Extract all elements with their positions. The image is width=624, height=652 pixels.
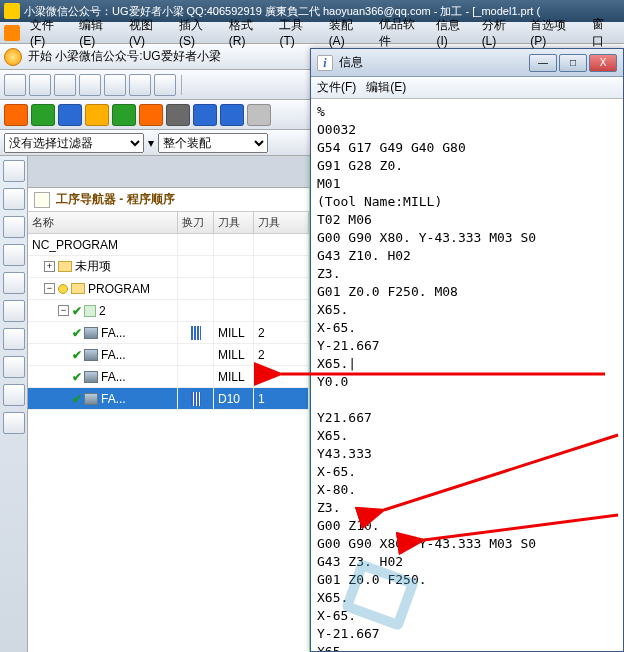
operation-navigator: 工序导航器 - 程序顺序 名称 换刀 刀具 刀具 NC_PROGRAM+未用项−… <box>28 156 310 652</box>
tree-row[interactable]: ✔FA...MILL2 <box>28 366 309 388</box>
menu-prefs[interactable]: 首选项(P) <box>526 15 586 50</box>
info-titlebar[interactable]: i 信息 — □ X <box>311 49 623 77</box>
menu-view[interactable]: 视图(V) <box>125 15 173 50</box>
tb-geom[interactable] <box>104 74 126 96</box>
menu-file[interactable]: 文件(F) <box>26 15 73 50</box>
left-dock <box>0 156 28 652</box>
info-menu-file[interactable]: 文件(F) <box>317 79 356 96</box>
info-title: 信息 <box>339 54 529 71</box>
tree-row[interactable]: ✔FA...D101 <box>28 388 309 410</box>
info-menu-edit[interactable]: 编辑(E) <box>366 79 406 96</box>
menu-bar: 文件(F) 编辑(E) 视图(V) 插入(S) 格式(R) 工具(T) 装配(A… <box>0 22 624 44</box>
dock-btn-1[interactable] <box>3 160 25 182</box>
menu-edit[interactable]: 编辑(E) <box>75 15 123 50</box>
info-menu: 文件(F) 编辑(E) <box>311 77 623 99</box>
nav-header: 工序导航器 - 程序顺序 <box>28 188 309 212</box>
sq-7[interactable] <box>166 104 190 126</box>
sq-2[interactable] <box>31 104 55 126</box>
tb-new[interactable] <box>4 74 26 96</box>
tree-row[interactable]: −✔2 <box>28 300 309 322</box>
nav-title: 工序导航器 - 程序顺序 <box>56 191 175 208</box>
dock-btn-9[interactable] <box>3 384 25 406</box>
dock-btn-3[interactable] <box>3 216 25 238</box>
menu-format[interactable]: 格式(R) <box>225 15 274 50</box>
sep <box>181 75 182 95</box>
max-button[interactable]: □ <box>559 54 587 72</box>
filter-drop-icon[interactable]: ▾ <box>148 136 154 150</box>
dock-btn-7[interactable] <box>3 328 25 350</box>
sq-3[interactable] <box>58 104 82 126</box>
dock-btn-8[interactable] <box>3 356 25 378</box>
tb-prog[interactable] <box>54 74 76 96</box>
col-name[interactable]: 名称 <box>28 212 178 233</box>
col-tool[interactable]: 刀具 <box>214 212 254 233</box>
nx-icon <box>4 25 20 41</box>
sq-1[interactable] <box>4 104 28 126</box>
sq-10[interactable] <box>247 104 271 126</box>
menu-tools[interactable]: 工具(T) <box>275 15 322 50</box>
tb-open[interactable] <box>29 74 51 96</box>
dock-btn-4[interactable] <box>3 244 25 266</box>
sq-6[interactable] <box>139 104 163 126</box>
col-path[interactable]: 刀具 <box>254 212 309 233</box>
dock-btn-2[interactable] <box>3 188 25 210</box>
sq-9[interactable] <box>220 104 244 126</box>
start-label: 开始 小梁微信公众号:UG爱好者小梁 <box>28 48 221 65</box>
tree-row[interactable]: ✔FA...MILL2 <box>28 344 309 366</box>
menu-window[interactable]: 窗口 <box>588 14 620 52</box>
dock-btn-10[interactable] <box>3 412 25 434</box>
menu-info[interactable]: 信息(I) <box>432 15 475 50</box>
tree: NC_PROGRAM+未用项−PROGRAM−✔2✔FA...MILL2✔FA.… <box>28 234 309 410</box>
menu-ext[interactable]: 优品软件 <box>375 14 431 52</box>
tb-op[interactable] <box>154 74 176 96</box>
start-icon[interactable] <box>4 48 22 66</box>
menu-insert[interactable]: 插入(S) <box>175 15 223 50</box>
dock-btn-5[interactable] <box>3 272 25 294</box>
tree-row[interactable]: NC_PROGRAM <box>28 234 309 256</box>
app-icon <box>4 3 20 19</box>
menu-assembly[interactable]: 装配(A) <box>325 15 373 50</box>
tree-row[interactable]: ✔FA...MILL2 <box>28 322 309 344</box>
col-swap[interactable]: 换刀 <box>178 212 214 233</box>
tree-row[interactable]: −PROGRAM <box>28 278 309 300</box>
tb-tool[interactable] <box>79 74 101 96</box>
sq-4[interactable] <box>85 104 109 126</box>
close-button[interactable]: X <box>589 54 617 72</box>
menu-analysis[interactable]: 分析(L) <box>478 15 525 50</box>
nav-gap <box>28 156 309 188</box>
info-icon: i <box>317 55 333 71</box>
watermark <box>340 560 420 630</box>
tb-method[interactable] <box>129 74 151 96</box>
sq-5[interactable] <box>112 104 136 126</box>
tree-row[interactable]: +未用项 <box>28 256 309 278</box>
scope-select[interactable]: 整个装配 <box>158 133 268 153</box>
dock-btn-6[interactable] <box>3 300 25 322</box>
sq-8[interactable] <box>193 104 217 126</box>
filter-select[interactable]: 没有选择过滤器 <box>4 133 144 153</box>
min-button[interactable]: — <box>529 54 557 72</box>
column-headers: 名称 换刀 刀具 刀具 <box>28 212 309 234</box>
